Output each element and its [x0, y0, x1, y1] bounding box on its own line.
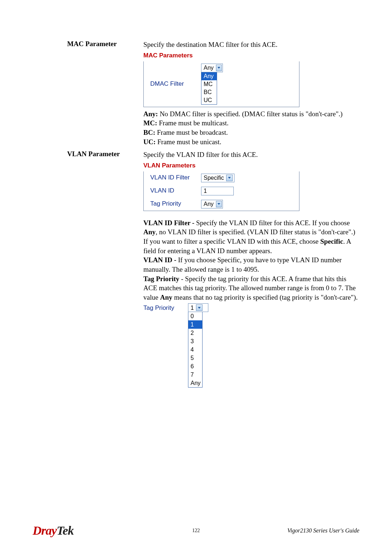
- tag-option-1[interactable]: 1: [188, 320, 202, 329]
- draytek-logo: DrayTek: [33, 524, 74, 538]
- dmac-option-bc[interactable]: BC: [201, 88, 217, 96]
- dmac-option-uc[interactable]: UC: [201, 96, 217, 104]
- dmac-option-any[interactable]: Any: [201, 72, 217, 80]
- tag-option-5[interactable]: 5: [188, 354, 202, 362]
- tag-priority-select[interactable]: Any: [201, 200, 223, 208]
- vlan-id-filter-label: VLAN ID Filter: [150, 174, 201, 182]
- vlan-id-value: 1: [204, 187, 207, 195]
- tag-priority-label: Tag Priority: [150, 200, 201, 208]
- dmac-description: Any: No DMAC filter is specified. (DMAC …: [143, 109, 359, 147]
- chevron-down-icon: [196, 304, 203, 311]
- vlan-id-filter-value: Specific: [204, 174, 224, 182]
- tag-priority-label-2: Tag Priority: [143, 303, 188, 312]
- tag-option-6[interactable]: 6: [188, 362, 202, 370]
- vlan-id-filter-select[interactable]: Specific: [201, 174, 234, 182]
- vlan-id-input[interactable]: 1: [201, 187, 234, 195]
- tag-option-2[interactable]: 2: [188, 329, 202, 337]
- dmac-filter-select[interactable]: Any: [201, 64, 223, 72]
- tag-priority-select-2[interactable]: 1: [188, 303, 208, 312]
- vlan-intro-text: Specify the VLAN ID filter for this ACE.: [143, 150, 359, 159]
- chevron-down-icon: [226, 175, 233, 181]
- vlan-parameter-heading: VLAN Parameter: [67, 150, 143, 158]
- page-number: 122: [192, 528, 200, 534]
- tag-priority-dropdown[interactable]: 0 1 2 3 4 5 6 7 Any: [188, 312, 203, 388]
- tag-option-any[interactable]: Any: [188, 379, 202, 387]
- chevron-down-icon: [216, 201, 222, 207]
- tag-option-0[interactable]: 0: [188, 312, 202, 320]
- mac-parameter-heading: MAC Parameter: [67, 40, 143, 48]
- vlan-description: VLAN ID Filter - Specify the VLAN ID fil…: [143, 218, 359, 302]
- tag-option-4[interactable]: 4: [188, 345, 202, 354]
- guide-title: Vigor2130 Series User's Guide: [287, 527, 359, 534]
- vlan-parameters-panel: VLAN ID Filter Specific VLAN ID 1 Tag Pr…: [143, 171, 299, 211]
- tag-priority-value: Any: [204, 200, 214, 208]
- vlan-parameters-title: VLAN Parameters: [143, 162, 359, 170]
- vlan-id-label: VLAN ID: [150, 187, 201, 195]
- tag-priority-value-2: 1: [191, 304, 194, 312]
- tag-option-7[interactable]: 7: [188, 370, 202, 379]
- dmac-filter-value: Any: [204, 64, 214, 72]
- dmac-filter-label: DMAC Filter: [150, 80, 201, 88]
- mac-parameters-panel: DMAC Filter Any Any MC BC UC: [143, 61, 299, 107]
- chevron-down-icon: [216, 65, 222, 71]
- dmac-option-mc[interactable]: MC: [201, 80, 217, 88]
- dmac-filter-dropdown[interactable]: Any MC BC UC: [201, 72, 217, 105]
- tag-option-3[interactable]: 3: [188, 337, 202, 345]
- mac-intro-text: Specify the destination MAC filter for t…: [143, 40, 359, 49]
- mac-parameters-title: MAC Parameters: [143, 52, 359, 60]
